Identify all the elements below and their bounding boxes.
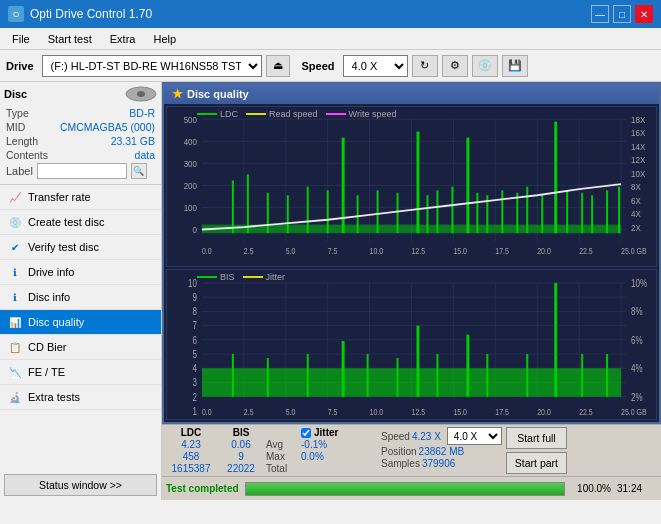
- jitter-checkbox[interactable]: [301, 428, 311, 438]
- bis-max-val: 9: [238, 451, 244, 462]
- speed-select[interactable]: 4.0 X: [343, 55, 408, 77]
- disc-button[interactable]: 💿: [472, 55, 498, 77]
- bis-legend-label: BIS: [220, 272, 235, 282]
- title-bar-left: O Opti Drive Control 1.70: [8, 6, 152, 22]
- cd-bier-label: CD Bier: [28, 341, 67, 353]
- svg-text:10.0: 10.0: [370, 246, 384, 256]
- fe-te-label: FE / TE: [28, 366, 65, 378]
- svg-rect-129: [436, 354, 438, 397]
- charts-area: LDC Read speed Write speed: [164, 104, 659, 422]
- drive-toolbar: Drive (F:) HL-DT-ST BD-RE WH16NS58 TST4 …: [0, 50, 661, 82]
- jitter-legend: Jitter: [243, 272, 286, 282]
- disc-type-row: Type BD-R: [4, 106, 157, 120]
- disc-quality-header-icon: ★: [172, 87, 183, 101]
- svg-rect-133: [606, 354, 608, 397]
- sidebar-item-disc-info[interactable]: ℹ Disc info: [0, 285, 161, 310]
- jitter-header: Jitter: [314, 427, 338, 438]
- disc-label-row: Label 🔍: [4, 162, 157, 180]
- sidebar-item-extra-tests[interactable]: 🔬 Extra tests: [0, 385, 161, 410]
- jitter-legend-dot: [243, 276, 263, 278]
- svg-text:7.5: 7.5: [328, 407, 338, 417]
- verify-test-disc-icon: ✔: [8, 242, 22, 253]
- disc-length-label: Length: [6, 135, 38, 147]
- transfer-rate-label: Transfer rate: [28, 191, 91, 203]
- svg-text:6%: 6%: [631, 335, 643, 346]
- svg-text:1: 1: [192, 406, 196, 417]
- svg-text:2%: 2%: [631, 392, 643, 403]
- title-bar-controls: — □ ✕: [591, 5, 653, 23]
- svg-rect-127: [367, 354, 369, 397]
- svg-text:20.0: 20.0: [537, 246, 551, 256]
- sidebar-item-disc-quality[interactable]: 📊 Disc quality: [0, 310, 161, 335]
- bis-stats: BIS 0.06 9 22022: [216, 427, 266, 474]
- svg-text:5.0: 5.0: [286, 407, 296, 417]
- sidebar-item-cd-bier[interactable]: 📋 CD Bier: [0, 335, 161, 360]
- title-bar: O Opti Drive Control 1.70 — □ ✕: [0, 0, 661, 28]
- settings-button[interactable]: ⚙: [442, 55, 468, 77]
- extra-tests-label: Extra tests: [28, 391, 80, 403]
- svg-text:300: 300: [184, 158, 197, 169]
- menu-file[interactable]: File: [4, 31, 38, 47]
- samples-label: Samples: [381, 458, 420, 469]
- menu-extra[interactable]: Extra: [102, 31, 144, 47]
- speed-stat-select[interactable]: 4.0 X: [447, 427, 502, 445]
- cd-bier-icon: 📋: [8, 342, 22, 353]
- bis-header: BIS: [233, 427, 250, 438]
- status-window-button[interactable]: Status window >>: [4, 474, 157, 496]
- svg-text:5: 5: [192, 349, 196, 360]
- sidebar-item-verify-test-disc[interactable]: ✔ Verify test disc: [0, 235, 161, 260]
- ldc-stats: LDC 4.23 458 1615387: [166, 427, 216, 474]
- jitter-avg-val: -0.1%: [301, 439, 381, 450]
- verify-test-disc-label: Verify test disc: [28, 241, 99, 253]
- disc-label-button[interactable]: 🔍: [131, 163, 147, 179]
- disc-quality-icon: 📊: [8, 317, 22, 328]
- sidebar-item-drive-info[interactable]: ℹ Drive info: [0, 260, 161, 285]
- disc-label-input[interactable]: [37, 163, 127, 179]
- svg-text:2.5: 2.5: [244, 246, 254, 256]
- disc-type-value: BD-R: [129, 107, 155, 119]
- save-button[interactable]: 💾: [502, 55, 528, 77]
- refresh-button[interactable]: ↻: [412, 55, 438, 77]
- write-speed-legend: Write speed: [326, 109, 397, 119]
- write-speed-legend-dot: [326, 113, 346, 115]
- svg-text:17.5: 17.5: [495, 246, 509, 256]
- menu-start-test[interactable]: Start test: [40, 31, 100, 47]
- maximize-button[interactable]: □: [613, 5, 631, 23]
- fe-te-icon: 📉: [8, 367, 22, 378]
- eject-button[interactable]: ⏏: [266, 55, 290, 77]
- start-part-button[interactable]: Start part: [506, 452, 567, 474]
- samples-row: Samples 379906: [381, 458, 502, 469]
- progress-bar-area: Test completed 100.0% 31:24: [162, 476, 661, 500]
- drive-select[interactable]: (F:) HL-DT-ST BD-RE WH16NS58 TST4: [42, 55, 262, 77]
- sidebar-item-fe-te[interactable]: 📉 FE / TE: [0, 360, 161, 385]
- start-full-button[interactable]: Start full: [506, 427, 567, 449]
- svg-rect-123: [554, 283, 557, 397]
- svg-text:8: 8: [192, 307, 196, 318]
- app-title: Opti Drive Control 1.70: [30, 7, 152, 21]
- svg-rect-46: [247, 174, 249, 233]
- svg-text:22.5: 22.5: [579, 246, 593, 256]
- svg-text:12X: 12X: [631, 155, 645, 166]
- total-label: Total: [266, 463, 301, 474]
- menu-help[interactable]: Help: [145, 31, 184, 47]
- read-speed-legend: Read speed: [246, 109, 318, 119]
- main-layout: Disc Type BD-R MID CMCMAGBA5 (000) Lengt…: [0, 82, 661, 500]
- jitter-legend-label: Jitter: [266, 272, 286, 282]
- create-test-disc-icon: 💿: [8, 217, 22, 228]
- transfer-rate-icon: 📈: [8, 192, 22, 203]
- minimize-button[interactable]: —: [591, 5, 609, 23]
- svg-text:25.0 GB: 25.0 GB: [621, 407, 647, 417]
- sidebar-item-create-test-disc[interactable]: 💿 Create test disc: [0, 210, 161, 235]
- ldc-legend-dot: [197, 113, 217, 115]
- progress-percent: 100.0%: [571, 483, 611, 494]
- svg-text:4: 4: [192, 363, 196, 374]
- sidebar-item-transfer-rate[interactable]: 📈 Transfer rate: [0, 185, 161, 210]
- sidebar-nav: 📈 Transfer rate 💿 Create test disc ✔ Ver…: [0, 185, 161, 470]
- svg-text:8X: 8X: [631, 182, 641, 193]
- speed-stat-label: Speed: [381, 431, 410, 442]
- close-button[interactable]: ✕: [635, 5, 653, 23]
- svg-text:2X: 2X: [631, 222, 641, 233]
- disc-contents-row: Contents data: [4, 148, 157, 162]
- svg-text:12.5: 12.5: [412, 246, 426, 256]
- svg-rect-132: [581, 354, 583, 397]
